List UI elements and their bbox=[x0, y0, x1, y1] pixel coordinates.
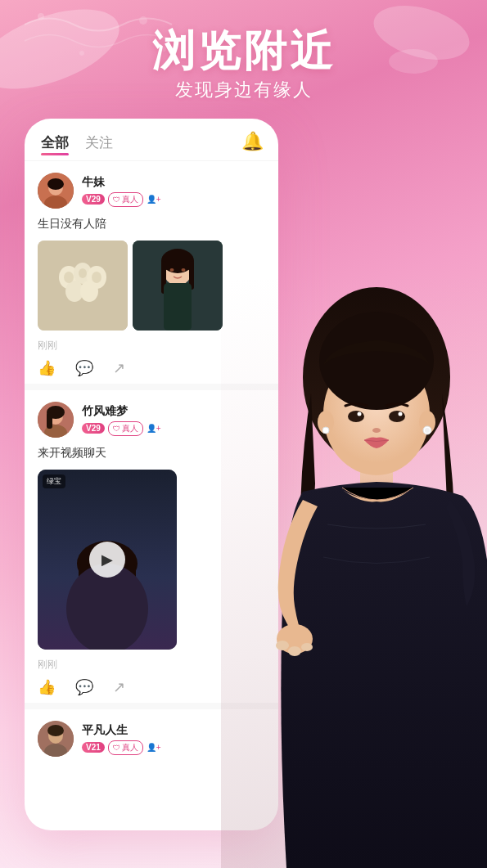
post-1-header: 牛妹 V29 真人 👤+ bbox=[38, 173, 265, 209]
post-2-comment-btn[interactable]: 💬 bbox=[75, 678, 93, 696]
svg-point-24 bbox=[170, 268, 174, 272]
svg-point-15 bbox=[64, 272, 74, 283]
tab-follow[interactable]: 关注 bbox=[85, 133, 113, 152]
tab-all[interactable]: 全部 bbox=[41, 133, 69, 152]
post-1-text: 生日没有人陪 bbox=[38, 215, 265, 232]
bell-icon[interactable]: 🔔 bbox=[241, 131, 264, 152]
post-2-video[interactable]: 绿宝 ▶ bbox=[38, 470, 177, 650]
svg-point-0 bbox=[38, 13, 44, 20]
svg-point-40 bbox=[47, 725, 64, 736]
svg-point-53 bbox=[425, 428, 430, 433]
post-2-share-btn[interactable]: ↗ bbox=[113, 678, 125, 696]
svg-point-25 bbox=[182, 268, 186, 272]
play-button[interactable]: ▶ bbox=[89, 542, 125, 578]
svg-point-46 bbox=[389, 411, 405, 422]
svg-point-56 bbox=[276, 641, 289, 650]
share-icon: ↗ bbox=[113, 359, 125, 377]
post-1-img-food[interactable] bbox=[38, 241, 128, 331]
post-1-username: 牛妹 bbox=[82, 175, 265, 190]
svg-point-17 bbox=[92, 272, 101, 283]
post-3-real-tag: 真人 bbox=[108, 740, 143, 755]
girl-photo bbox=[221, 279, 487, 868]
svg-point-48 bbox=[399, 412, 403, 416]
avatar-2[interactable] bbox=[38, 402, 74, 438]
post-2-level-tag: V29 bbox=[82, 423, 105, 434]
svg-point-44 bbox=[319, 312, 434, 410]
avatar-3[interactable] bbox=[38, 721, 74, 757]
video-source-label: 绿宝 bbox=[43, 474, 65, 488]
post-3-level-tag: V21 bbox=[82, 742, 105, 753]
hero-title: 浏览附近 bbox=[0, 23, 487, 80]
svg-point-47 bbox=[358, 412, 362, 416]
avatar-3-img bbox=[38, 721, 74, 757]
post-3-follow-icon[interactable]: 👤+ bbox=[147, 743, 161, 752]
post-1-level-tag: V29 bbox=[82, 194, 105, 205]
avatar-1[interactable] bbox=[38, 173, 74, 209]
svg-point-49 bbox=[372, 428, 381, 433]
svg-rect-30 bbox=[47, 412, 52, 429]
tab-bar: 全部 关注 🔔 bbox=[25, 119, 278, 161]
hero-subtitle: 发现身边有缘人 bbox=[0, 78, 487, 102]
post-1-share-btn[interactable]: ↗ bbox=[113, 359, 125, 377]
svg-point-58 bbox=[301, 643, 313, 651]
svg-rect-23 bbox=[164, 283, 192, 331]
avatar-2-img bbox=[38, 402, 74, 438]
svg-point-45 bbox=[348, 411, 364, 422]
svg-point-7 bbox=[47, 178, 64, 190]
comment-icon: 💬 bbox=[75, 359, 93, 377]
post-1-tags: V29 真人 👤+ bbox=[82, 192, 265, 207]
svg-point-57 bbox=[288, 646, 301, 656]
post-1-user-info: 牛妹 V29 真人 👤+ bbox=[82, 175, 265, 207]
post-2-real-tag: 真人 bbox=[108, 421, 143, 436]
post-2-like-btn[interactable]: 👍 bbox=[38, 678, 56, 696]
post-1-img-girl[interactable] bbox=[133, 241, 223, 331]
like-icon: 👍 bbox=[38, 359, 56, 377]
like-icon-2: 👍 bbox=[38, 678, 56, 696]
share-icon-2: ↗ bbox=[113, 678, 125, 696]
post-2-follow-icon[interactable]: 👤+ bbox=[147, 424, 161, 433]
comment-icon-2: 💬 bbox=[75, 678, 93, 696]
post-1-comment-btn[interactable]: 💬 bbox=[75, 359, 93, 377]
avatar-1-img bbox=[38, 173, 74, 209]
post-1-follow-icon[interactable]: 👤+ bbox=[147, 195, 161, 204]
post-1-like-btn[interactable]: 👍 bbox=[38, 359, 56, 377]
svg-point-54 bbox=[322, 427, 329, 434]
svg-point-16 bbox=[79, 268, 87, 278]
svg-point-14 bbox=[80, 281, 98, 302]
post-1-real-tag: 真人 bbox=[108, 192, 143, 207]
